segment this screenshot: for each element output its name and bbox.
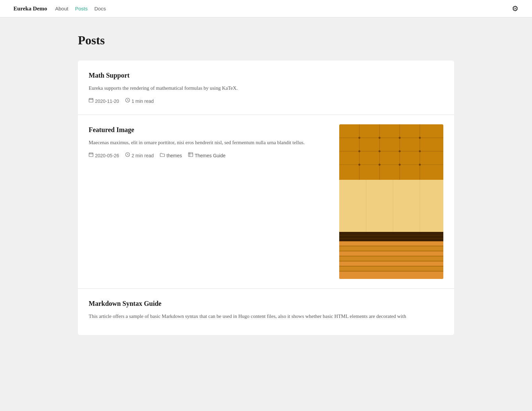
nav-docs[interactable]: Docs bbox=[94, 5, 106, 13]
svg-rect-52 bbox=[339, 246, 443, 251]
post-date-2: 2020-05-26 bbox=[89, 152, 119, 159]
svg-line-13 bbox=[128, 155, 129, 156]
post-readtime-value-2: 2 min read bbox=[132, 152, 154, 159]
svg-rect-0 bbox=[89, 98, 93, 102]
post-category: themes bbox=[160, 152, 182, 159]
calendar-icon bbox=[89, 98, 93, 105]
svg-point-25 bbox=[358, 137, 360, 139]
post-card-math-support: Math Support Eureka supports the renderi… bbox=[78, 60, 454, 115]
calendar-icon-2 bbox=[89, 152, 93, 159]
header-right: ⚙ bbox=[512, 3, 519, 14]
clock-icon bbox=[125, 98, 130, 105]
post-content: Math Support Eureka supports the renderi… bbox=[89, 70, 443, 105]
main-nav: About Posts Docs bbox=[55, 5, 106, 13]
svg-point-27 bbox=[399, 137, 401, 139]
post-excerpt: Eureka supports the rendering of mathema… bbox=[89, 84, 443, 92]
post-content-2: Featured Image Maecenas maximus, elit in… bbox=[89, 124, 329, 160]
post-series-link[interactable]: Themes Guide bbox=[195, 152, 226, 159]
post-meta: 2020-11-20 1 min read bbox=[89, 97, 443, 105]
svg-rect-55 bbox=[339, 261, 443, 266]
post-series: Themes Guide bbox=[188, 152, 226, 159]
post-meta-2: 2020-05-26 2 min read bbox=[89, 152, 329, 159]
post-card-inner: Math Support Eureka supports the renderi… bbox=[89, 70, 443, 105]
svg-rect-17 bbox=[339, 124, 443, 180]
svg-rect-7 bbox=[89, 153, 93, 157]
post-readtime-2: 2 min read bbox=[125, 152, 154, 159]
svg-point-34 bbox=[379, 164, 381, 166]
svg-line-6 bbox=[128, 100, 129, 101]
svg-rect-54 bbox=[339, 256, 443, 261]
post-card-inner-3: Markdown Syntax Guide This article offer… bbox=[89, 298, 443, 326]
post-card-inner-2: Featured Image Maecenas maximus, elit in… bbox=[89, 124, 443, 279]
svg-point-26 bbox=[379, 137, 381, 139]
post-excerpt-3: This article offers a sample of basic Ma… bbox=[89, 312, 443, 321]
svg-point-28 bbox=[419, 137, 421, 139]
post-date: 2020-11-20 bbox=[89, 97, 119, 105]
site-header: Eureka Demo About Posts Docs ⚙ bbox=[0, 0, 532, 17]
folder-icon bbox=[160, 152, 165, 159]
svg-point-35 bbox=[399, 164, 401, 166]
posts-container: Math Support Eureka supports the renderi… bbox=[78, 60, 454, 335]
svg-point-33 bbox=[358, 164, 360, 166]
page-title: Posts bbox=[78, 31, 454, 50]
post-excerpt-2: Maecenas maximus, elit in ornare porttit… bbox=[89, 138, 329, 147]
svg-point-32 bbox=[419, 150, 421, 152]
series-icon bbox=[188, 152, 193, 159]
post-title: Math Support bbox=[89, 70, 443, 81]
post-date-value-2: 2020-05-26 bbox=[95, 152, 119, 159]
svg-rect-37 bbox=[339, 180, 443, 232]
svg-rect-41 bbox=[339, 232, 443, 241]
post-title-2: Featured Image bbox=[89, 124, 329, 135]
post-readtime: 1 min read bbox=[125, 97, 154, 105]
post-date-value: 2020-11-20 bbox=[95, 97, 119, 105]
page-wrapper: Posts Math Support Eureka supports the r… bbox=[64, 17, 468, 348]
svg-rect-56 bbox=[339, 266, 443, 271]
post-content-3: Markdown Syntax Guide This article offer… bbox=[89, 298, 443, 326]
post-title-link-3[interactable]: Markdown Syntax Guide bbox=[89, 300, 162, 307]
featured-image-svg bbox=[339, 124, 443, 279]
site-title: Eureka Demo bbox=[13, 4, 47, 13]
post-readtime-value: 1 min read bbox=[132, 97, 154, 105]
post-card-markdown: Markdown Syntax Guide This article offer… bbox=[78, 288, 454, 335]
post-title-3: Markdown Syntax Guide bbox=[89, 298, 443, 309]
clock-icon-2 bbox=[125, 152, 130, 159]
post-title-link[interactable]: Math Support bbox=[89, 72, 130, 79]
post-title-link-2[interactable]: Featured Image bbox=[89, 126, 134, 133]
nav-about[interactable]: About bbox=[55, 5, 68, 13]
post-featured-image bbox=[339, 124, 443, 279]
svg-point-29 bbox=[358, 150, 360, 152]
gear-icon[interactable]: ⚙ bbox=[512, 4, 519, 13]
svg-rect-57 bbox=[339, 272, 443, 279]
nav-posts[interactable]: Posts bbox=[75, 5, 88, 13]
svg-rect-53 bbox=[339, 251, 443, 256]
svg-rect-51 bbox=[339, 241, 443, 246]
post-category-link[interactable]: themes bbox=[167, 152, 182, 159]
svg-rect-14 bbox=[188, 153, 193, 157]
svg-point-30 bbox=[379, 150, 381, 152]
svg-point-36 bbox=[419, 164, 421, 166]
post-card-featured-image: Featured Image Maecenas maximus, elit in… bbox=[78, 115, 454, 288]
svg-point-31 bbox=[399, 150, 401, 152]
